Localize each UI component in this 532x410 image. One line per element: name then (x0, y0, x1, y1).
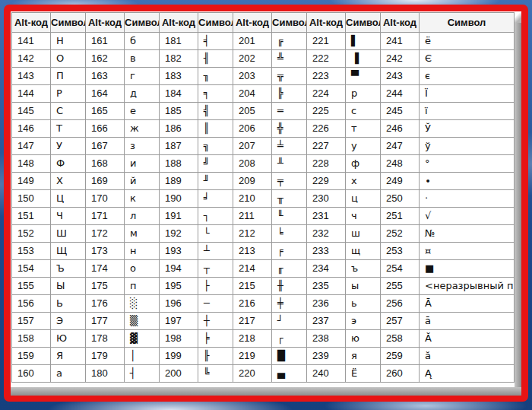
alt-code-cell: 157 (12, 313, 51, 330)
alt-code-cell: 228 (307, 155, 346, 173)
alt-code-column-header: Alt-код (86, 13, 125, 33)
alt-code-cell: 147 (12, 138, 51, 155)
symbol-cell: г (125, 68, 160, 85)
alt-code-cell: 206 (233, 120, 272, 138)
symbol-cell: ╒ (272, 243, 307, 260)
symbol-cell: в (125, 50, 160, 68)
symbol-cell: │ (125, 348, 160, 365)
table-row: 147У167з187╗207╧227у247ў (12, 138, 515, 155)
symbol-cell: ╦ (272, 68, 307, 85)
alt-code-cell: 156 (12, 295, 51, 313)
symbol-cell: Ы (51, 278, 86, 295)
table-panel: Alt-кодСимволAlt-кодСимволAlt-кодСимволA… (11, 12, 521, 396)
alt-code-cell: 181 (160, 33, 198, 50)
alt-code-cell: 166 (86, 120, 125, 138)
symbol-cell: ╥ (272, 190, 307, 208)
symbol-cell: ┬ (198, 260, 233, 278)
table-row: 146Т166ж186║206╬226т246Ў (12, 120, 515, 138)
table-row: 157Э177▒197┼217┘237э257ā (12, 313, 515, 330)
alt-code-cell: 223 (307, 68, 346, 85)
symbol-cell: ц (346, 190, 381, 208)
alt-code-cell: 207 (233, 138, 272, 155)
symbol-cell: ╖ (198, 68, 233, 85)
symbol-cell: д (125, 85, 160, 103)
symbol-column-header: Символ (272, 13, 307, 33)
symbol-cell: Ă (420, 330, 515, 348)
symbol-cell: с (346, 103, 381, 120)
alt-code-cell: 220 (233, 365, 272, 383)
table-row: 153Щ173н193┴213╒233щ253¤ (12, 243, 515, 260)
alt-code-cell: 180 (86, 365, 125, 383)
symbol-cell: Э (51, 313, 86, 330)
alt-code-cell: 183 (160, 68, 198, 85)
symbol-cell: ░ (125, 295, 160, 313)
symbol-column-header: Символ (125, 13, 160, 33)
table-body: 141Н161б181╡201╔221▌241ё142О162в182╢202╩… (12, 33, 515, 383)
alt-code-cell: 148 (12, 155, 51, 173)
symbol-cell: а (51, 365, 86, 383)
alt-code-cell: 240 (307, 365, 346, 383)
alt-code-cell: 241 (381, 33, 420, 50)
symbol-cell: ё (420, 33, 515, 50)
symbol-cell: Ї (420, 85, 515, 103)
symbol-cell: Ą (420, 365, 515, 383)
alt-code-column-header: Alt-код (160, 13, 198, 33)
symbol-cell: ¤ (420, 243, 515, 260)
table-header-row: Alt-кодСимволAlt-кодСимволAlt-кодСимволA… (12, 13, 515, 33)
symbol-cell: · (420, 190, 515, 208)
alt-code-cell: 195 (160, 278, 198, 295)
alt-code-cell: 159 (12, 348, 51, 365)
alt-code-cell: 179 (86, 348, 125, 365)
symbol-cell: ∙ (420, 173, 515, 190)
alt-code-cell: 221 (307, 33, 346, 50)
symbol-cell: ┤ (125, 365, 160, 383)
alt-code-cell: 222 (307, 50, 346, 68)
symbol-cell: й (125, 173, 160, 190)
table-row: 150Ц170к190╛210╥230ц250· (12, 190, 515, 208)
symbol-cell: ╕ (198, 85, 233, 103)
symbol-cell: ▓ (125, 330, 160, 348)
symbol-column-header: Символ (346, 13, 381, 33)
symbol-cell: ╤ (272, 173, 307, 190)
alt-code-cell: 218 (233, 330, 272, 348)
symbol-column-header: Символ (198, 13, 233, 33)
alt-code-cell: 202 (233, 50, 272, 68)
alt-code-cell: 249 (381, 173, 420, 190)
alt-code-cell: 176 (86, 295, 125, 313)
alt-code-cell: 247 (381, 138, 420, 155)
alt-code-cell: 244 (381, 85, 420, 103)
alt-code-cell: 165 (86, 103, 125, 120)
symbol-cell: ф (346, 155, 381, 173)
alt-code-cell: 215 (233, 278, 272, 295)
symbol-cell: ў (420, 138, 515, 155)
symbol-cell: и (125, 155, 160, 173)
symbol-cell: х (346, 173, 381, 190)
symbol-cell: Р (51, 85, 86, 103)
symbol-cell: √ (420, 208, 515, 225)
symbol-cell: ╢ (198, 50, 233, 68)
table-row: 148Ф168и188╝208╨228ф248° (12, 155, 515, 173)
symbol-cell: Н (51, 33, 86, 50)
symbol-cell: № (420, 225, 515, 243)
symbol-cell: е (125, 103, 160, 120)
symbol-cell: П (51, 68, 86, 85)
alt-code-column-header: Alt-код (12, 13, 51, 33)
alt-code-cell: 194 (160, 260, 198, 278)
alt-code-cell: 236 (307, 295, 346, 313)
red-frame-border: Alt-кодСимволAlt-кодСимволAlt-кодСимволA… (4, 5, 528, 402)
alt-code-cell: 186 (160, 120, 198, 138)
alt-code-cell: 242 (381, 50, 420, 68)
alt-code-cell: 150 (12, 190, 51, 208)
alt-code-cell: 260 (381, 365, 420, 383)
table-row: 144Р164д184╕204╠224р244Ї (12, 85, 515, 103)
alt-code-cell: 245 (381, 103, 420, 120)
alt-code-cell: 212 (233, 225, 272, 243)
symbol-cell: ╛ (198, 190, 233, 208)
alt-code-cell: 185 (160, 103, 198, 120)
symbol-cell: ═ (272, 103, 307, 120)
symbol-cell: Ц (51, 190, 86, 208)
symbol-cell: л (125, 208, 160, 225)
symbol-cell: ▌ (346, 33, 381, 50)
symbol-cell: ā (420, 313, 515, 330)
symbol-cell: Я (51, 348, 86, 365)
